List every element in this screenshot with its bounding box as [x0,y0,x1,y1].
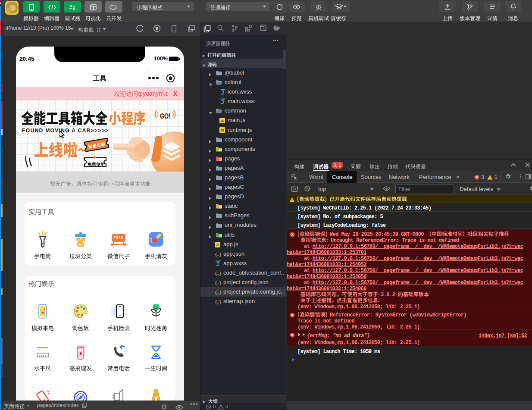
svg-text:}: } [219,290,222,295]
svg-text:}: } [219,281,222,285]
svg-text:JS: JS [220,119,224,122]
svg-text:}: } [219,300,222,304]
svg-text:JS: JS [220,129,224,132]
svg-text:{: { [215,271,217,276]
svg-text:{: { [215,300,217,304]
svg-text:{: { [215,252,217,257]
svg-text:}: } [219,252,222,257]
svg-text:}: } [219,271,222,276]
svg-text:JS: JS [216,244,219,247]
svg-text:{: { [215,281,217,285]
svg-text:{: { [215,290,217,295]
